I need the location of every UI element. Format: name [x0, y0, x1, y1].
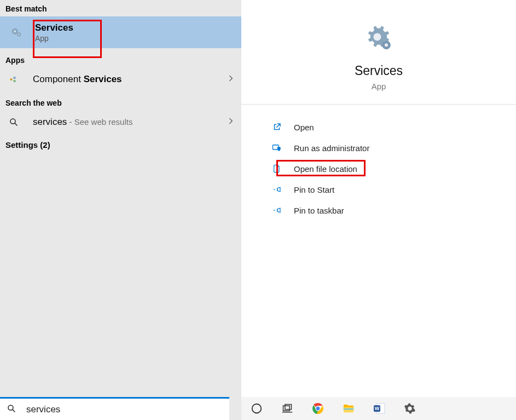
action-label: Run as administrator: [294, 143, 369, 153]
services-gear-icon: [362, 23, 395, 54]
search-bar[interactable]: [0, 397, 229, 420]
svg-point-13: [385, 43, 388, 47]
svg-point-4: [10, 78, 13, 81]
search-icon: [8, 116, 20, 128]
svg-rect-17: [285, 405, 292, 410]
svg-rect-16: [283, 406, 290, 411]
open-icon: [271, 122, 283, 133]
action-label: Open: [294, 123, 314, 132]
settings-header[interactable]: Settings (2): [0, 134, 241, 156]
svg-line-8: [15, 123, 17, 125]
task-view-icon[interactable]: [280, 401, 295, 416]
apps-header: Apps: [0, 48, 241, 68]
chevron-right-icon: [227, 117, 235, 127]
action-label: Open file location: [294, 164, 357, 174]
action-pin-to-taskbar[interactable]: Pin to taskbar: [261, 200, 496, 221]
detail-header: Services App: [241, 0, 516, 105]
apps-result-component-services[interactable]: Component Services: [0, 68, 241, 91]
best-match-title: Services: [35, 22, 73, 34]
apps-result-label: Component Services: [33, 74, 227, 85]
svg-point-1: [14, 30, 16, 32]
svg-text:W: W: [375, 406, 380, 411]
pin-icon: [271, 205, 283, 216]
best-match-subtitle: App: [35, 34, 73, 43]
file-location-icon: [271, 163, 283, 174]
action-open[interactable]: Open: [261, 117, 496, 137]
svg-line-10: [13, 410, 15, 412]
cortana-icon[interactable]: [249, 401, 264, 416]
best-match-header: Best match: [0, 0, 241, 16]
word-icon[interactable]: W: [372, 401, 387, 416]
best-match-result[interactable]: Services App: [0, 16, 241, 48]
taskbar: W: [241, 397, 516, 420]
action-label: Pin to Start: [294, 185, 334, 194]
svg-point-5: [13, 77, 16, 79]
file-explorer-icon[interactable]: [341, 401, 356, 416]
detail-title: Services: [355, 64, 403, 78]
search-results-panel: Best match Services App Apps Component S…: [0, 0, 241, 420]
svg-point-9: [8, 405, 13, 410]
search-input[interactable]: [26, 404, 223, 415]
settings-gear-icon[interactable]: [402, 401, 418, 416]
svg-point-11: [373, 33, 381, 41]
chevron-right-icon: [227, 74, 235, 84]
admin-shield-icon: [271, 142, 283, 153]
svg-rect-22: [344, 409, 353, 410]
action-label: Pin to taskbar: [294, 206, 344, 215]
search-web-header: Search the web: [0, 91, 241, 111]
detail-subtitle: App: [372, 82, 386, 91]
action-run-as-admin[interactable]: Run as administrator: [261, 137, 496, 158]
chrome-icon[interactable]: [310, 401, 326, 416]
action-open-file-location[interactable]: Open file location: [261, 158, 496, 179]
detail-panel: Services App Open Run as administrator: [241, 0, 516, 420]
svg-point-3: [18, 33, 20, 35]
actions-list: Open Run as administrator Open file loca…: [241, 105, 516, 233]
pin-icon: [271, 184, 283, 195]
svg-point-6: [13, 80, 16, 83]
action-pin-to-start[interactable]: Pin to Start: [261, 179, 496, 200]
svg-point-7: [10, 119, 15, 124]
svg-point-15: [252, 404, 262, 413]
services-gear-icon: [10, 26, 23, 39]
component-services-icon: [8, 73, 20, 85]
search-icon: [7, 404, 18, 416]
web-result-services[interactable]: services - See web results: [0, 111, 241, 134]
web-result-label: services - See web results: [33, 117, 227, 128]
